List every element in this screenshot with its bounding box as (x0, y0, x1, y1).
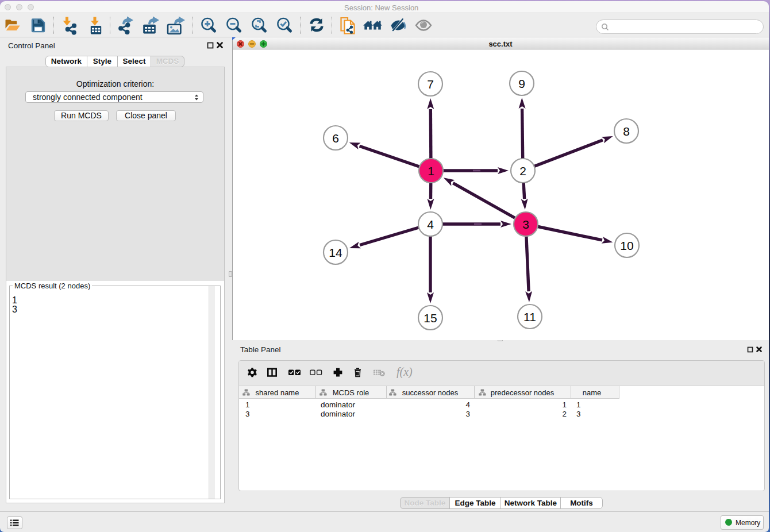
svg-text:9: 9 (518, 77, 525, 90)
svg-text:1: 1 (428, 164, 434, 178)
svg-text:15: 15 (424, 311, 437, 325)
svg-text:f(x): f(x) (396, 367, 413, 378)
svg-text:4: 4 (427, 218, 434, 231)
svg-text:10: 10 (620, 239, 633, 252)
svg-text:6: 6 (332, 132, 339, 145)
svg-text:2: 2 (519, 164, 526, 178)
svg-text:7: 7 (427, 78, 434, 91)
svg-text:3: 3 (522, 218, 529, 231)
svg-text:14: 14 (329, 246, 342, 259)
svg-text:8: 8 (623, 125, 630, 138)
svg-text:11: 11 (523, 310, 536, 323)
